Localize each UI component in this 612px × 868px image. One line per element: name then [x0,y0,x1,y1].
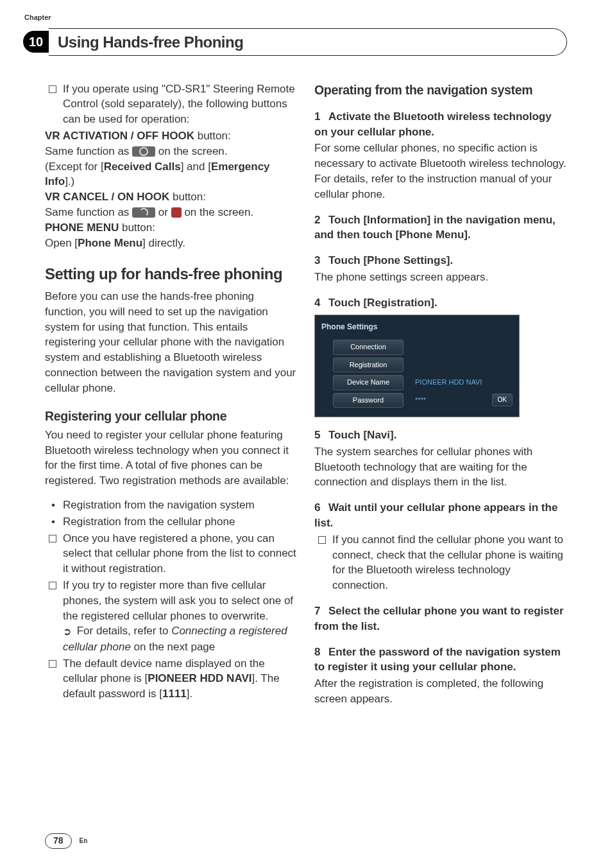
chapter-label: Chapter [24,13,51,22]
button-desc-line: Same function as or on the screen. [45,205,298,220]
except-line: (Except for [Received Calls] and [Emerge… [45,159,298,190]
heading-setup: Setting up for hands-free phoning [45,263,298,285]
step-2: 2Touch [Information] in the navigation m… [314,213,567,243]
button-desc: VR ACTIVATION / OFF HOOK button: [45,128,298,144]
step-1: 1Activate the Bluetooth wireless technol… [314,109,567,140]
chapter-title-wrap: Using Hands-free Phoning [49,28,567,56]
step-5-body: The system searches for cellular phones … [314,444,567,490]
reference-icon: ➲ [63,625,71,639]
page-number: 78 [45,833,72,849]
step-4: 4Touch [Registration]. [314,295,567,311]
list-item: The default device name displayed on the… [45,656,298,702]
step-1-body: For some cellular phones, no specific ac… [314,141,567,202]
screenshot-device-name-value: PIONEER HDD NAVI [415,378,513,387]
chapter-number-badge: 10 [23,31,49,53]
chapter-title: Using Hands-free Phoning [58,31,556,53]
vr-on-hook-label: VR CANCEL / ON HOOK [45,191,169,203]
language-code: En [80,837,88,846]
phone-menu-label: PHONE MENU [45,221,119,234]
step-8-body: After the registration is completed, the… [314,676,567,707]
setup-paragraph: Before you can use the hands-free phonin… [45,289,298,396]
button-desc: PHONE MENU button: [45,220,298,236]
list-item: Registration from the cellular phone [45,514,298,530]
list-item: Once you have registered a phone, you ca… [45,531,298,577]
right-column: Operating from the navigation system 1Ac… [314,82,567,707]
onhook-icon [132,207,155,218]
list-item: If you try to register more than five ce… [45,578,298,655]
vr-off-hook-label: VR ACTIVATION / OFF HOOK [45,130,194,142]
list-item: If you cannot find the cellular phone yo… [314,532,567,593]
page-footer: 78 En [45,833,87,849]
button-desc: VR CANCEL / ON HOOK button: [45,189,298,205]
offhook-icon [132,146,155,157]
hangup-icon [171,207,182,218]
phone-settings-screenshot: Phone Settings Connection Registration D… [314,315,520,417]
step-3: 3Touch [Phone Settings]. [314,253,567,268]
screenshot-connection-button: Connection [333,340,404,354]
screenshot-device-name-button: Device Name [333,375,404,390]
step-8: 8Enter the password of the navigation sy… [314,645,567,675]
step-3-body: The phone settings screen appears. [314,270,567,285]
heading-registering: Registering your cellular phone [45,408,298,425]
screenshot-ok-button: OK [492,394,513,406]
list-item: Registration from the navigation system [45,498,298,513]
registering-paragraph: You need to register your cellular phone… [45,428,298,489]
screenshot-password-value: **** [415,395,492,405]
screenshot-registration-button: Registration [333,358,404,372]
screenshot-password-button: Password [333,393,404,408]
heading-operating: Operating from the navigation system [314,82,567,99]
left-column: If you operate using "CD-SR1" Steering R… [45,82,298,707]
open-menu-line: Open [Phone Menu] directly. [45,236,298,251]
screenshot-title: Phone Settings [321,322,513,333]
step-7: 7Select the cellular phone you want to r… [314,603,567,634]
step-5: 5Touch [Navi]. [314,428,567,443]
list-item: If you operate using "CD-SR1" Steering R… [45,82,298,127]
step-6: 6Wait until your cellular phone appears … [314,500,567,531]
button-desc-line: Same function as on the screen. [45,144,298,159]
